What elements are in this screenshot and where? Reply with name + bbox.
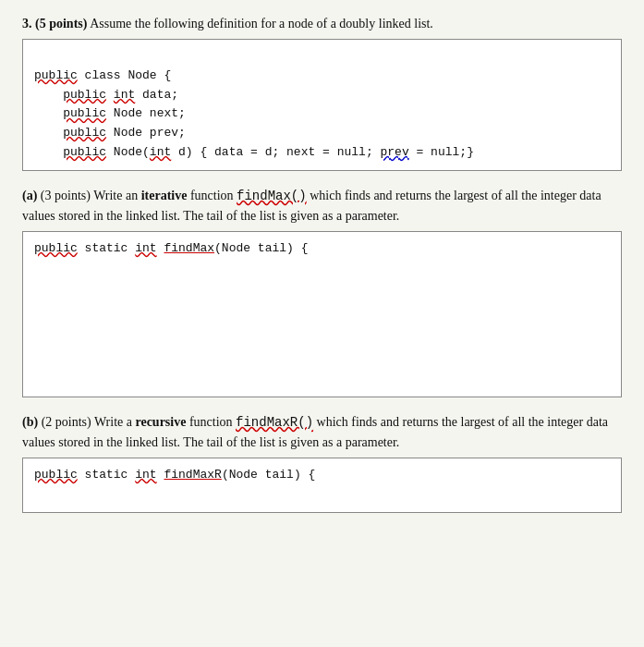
question-number: 3. (5 points) Assume the following defin… (22, 17, 622, 31)
code-line-5: public Node(int d) { data = d; next = nu… (34, 145, 474, 159)
code-line-4: public Node prev; (34, 126, 186, 140)
part-b-answer-box[interactable]: public static int findMaxR(Node tail) { (22, 458, 622, 513)
code-line-3: public Node next; (34, 106, 186, 120)
part-b-starter-code: public static int findMaxR(Node tail) { (34, 468, 315, 482)
part-a-starter-code: public static int findMax(Node tail) { (34, 241, 308, 255)
code-line-2: public int data; (34, 88, 178, 102)
node-definition-box: public class Node { public int data; pub… (22, 39, 622, 171)
question-header: 3. (5 points) Assume the following defin… (22, 17, 622, 171)
part-b-section: (b) (2 points) Write a recursive functio… (22, 412, 622, 513)
code-line-1: public class Node { (34, 68, 171, 82)
part-a-label: (a) (3 points) Write an iterative functi… (22, 186, 622, 226)
part-a-section: (a) (3 points) Write an iterative functi… (22, 186, 622, 397)
part-b-label: (b) (2 points) Write a recursive functio… (22, 412, 622, 452)
part-a-answer-box[interactable]: public static int findMax(Node tail) { (22, 231, 622, 397)
